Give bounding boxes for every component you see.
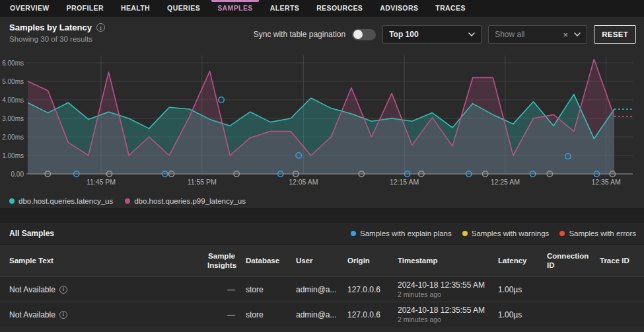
chevron-down-icon: [468, 32, 475, 36]
panel-title: Samples by Latency: [9, 22, 92, 32]
info-icon[interactable]: i: [59, 286, 67, 294]
svg-text:5.00ms: 5.00ms: [2, 78, 24, 85]
all-samples-bar: All Samples Samples with explain plansSa…: [0, 223, 644, 245]
column-header-database[interactable]: Database: [246, 256, 296, 265]
legend-dot: [125, 198, 130, 204]
cell-latency: 1.00µs: [498, 285, 547, 294]
svg-text:3.00ms: 3.00ms: [2, 115, 24, 122]
cell-latency: 1.00µs: [498, 310, 547, 319]
cell-timestamp: 2024-10-18 12:35:55 AM2 minutes ago: [398, 306, 498, 323]
info-icon[interactable]: i: [96, 23, 105, 32]
cell-database: store: [246, 285, 296, 294]
cell-sample_text: Not Availablei: [9, 310, 207, 319]
cell-origin: 127.0.0.6: [347, 285, 398, 294]
latency-chart[interactable]: 0.001.00ms2.00ms3.00ms4.00ms5.00ms6.00ms…: [0, 51, 644, 191]
column-header-latency[interactable]: Latency: [498, 256, 547, 265]
tab-traces[interactable]: TRACES: [427, 0, 474, 16]
tab-queries[interactable]: QUERIES: [159, 0, 209, 16]
tab-samples[interactable]: SAMPLES: [209, 0, 262, 16]
cell-insights: —: [207, 310, 246, 319]
svg-text:11:45 PM: 11:45 PM: [87, 178, 116, 186]
chart-legend: dbo.host.queries.latency_usdbo.host.quer…: [0, 191, 644, 208]
legend-item-series-0[interactable]: dbo.host.queries.latency_us: [9, 197, 113, 205]
all-samples-title: All Samples: [9, 229, 54, 238]
timestamp-relative: 2 minutes ago: [398, 315, 491, 323]
status-legend-item-1: Samples with warnings: [462, 229, 550, 237]
reset-button[interactable]: RESET: [594, 25, 636, 44]
status-dot: [351, 231, 356, 236]
status-legend-item-0: Samples with explain plans: [351, 229, 452, 237]
tab-resources[interactable]: RESOURCES: [308, 0, 371, 16]
samples-table-body: Not Availablei—storeadmin@a...127.0.0.62…: [0, 276, 644, 327]
timestamp-value: 2024-10-18 12:35:55 AM: [398, 306, 491, 315]
toggle-knob: [353, 30, 363, 39]
sample-text-value: Not Available: [9, 310, 55, 319]
section-divider: [0, 208, 644, 223]
chevron-down-icon: [574, 32, 581, 36]
svg-text:11:55 PM: 11:55 PM: [188, 178, 217, 186]
cell-timestamp: 2024-10-18 12:35:55 AM2 minutes ago: [398, 280, 498, 298]
status-label: Samples with errors: [569, 229, 636, 237]
svg-text:1.00ms: 1.00ms: [2, 152, 24, 159]
column-header-user[interactable]: User: [296, 256, 347, 265]
timestamp-relative: 2 minutes ago: [398, 290, 491, 298]
top-n-select[interactable]: Top 100: [382, 25, 482, 44]
table-row[interactable]: Not Availablei—storeadmin@a...127.0.0.62…: [0, 276, 644, 302]
sync-pagination-toggle[interactable]: [352, 29, 376, 40]
show-all-placeholder: Show all: [495, 30, 524, 39]
status-dot: [462, 231, 468, 236]
tab-overview[interactable]: OVERVIEW: [1, 0, 58, 16]
samples-status-legend: Samples with explain plansSamples with w…: [351, 229, 636, 237]
svg-text:2.00ms: 2.00ms: [2, 134, 24, 141]
svg-text:0.00: 0.00: [11, 171, 24, 178]
samples-by-latency-panel: Samples by Latency i Showing 30 of 30 re…: [0, 17, 644, 208]
results-count: Showing 30 of 30 results: [9, 35, 105, 43]
clear-icon[interactable]: ×: [563, 30, 569, 39]
tab-health[interactable]: HEALTH: [112, 0, 159, 16]
top-n-value: Top 100: [389, 30, 418, 39]
table-row[interactable]: Not Availablei—storeadmin@a...127.0.0.62…: [0, 302, 644, 327]
svg-text:12:25 AM: 12:25 AM: [491, 178, 520, 186]
status-label: Samples with warnings: [472, 229, 550, 237]
legend-label: dbo.host.queries.latency_us: [18, 197, 113, 205]
show-all-select[interactable]: Show all ×: [488, 25, 587, 44]
tab-profiler[interactable]: PROFILER: [58, 0, 112, 16]
cell-sample_text: Not Availablei: [9, 285, 207, 294]
column-header-origin[interactable]: Origin: [347, 256, 398, 265]
status-label: Samples with explain plans: [360, 229, 452, 237]
latency-chart-svg[interactable]: 0.001.00ms2.00ms3.00ms4.00ms5.00ms6.00ms…: [0, 51, 644, 191]
column-header-insights[interactable]: Sample Insights: [207, 251, 246, 270]
top-nav: OVERVIEWPROFILERHEALTHQUERIESSAMPLESALER…: [0, 0, 644, 17]
tab-alerts[interactable]: ALERTS: [262, 0, 308, 16]
panel-title-block: Samples by Latency i Showing 30 of 30 re…: [9, 22, 105, 43]
sync-pagination-label: Sync with table pagination: [254, 30, 345, 39]
column-header-sample_text[interactable]: Sample Text: [9, 256, 207, 265]
column-header-timestamp[interactable]: Timestamp: [398, 256, 498, 265]
cell-user: admin@a...: [296, 285, 347, 294]
legend-item-series-1[interactable]: dbo.host.queries.p99_latency_us: [125, 197, 246, 205]
cell-origin: 127.0.0.6: [347, 310, 398, 319]
panel-header: Samples by Latency i Showing 30 of 30 re…: [0, 17, 644, 51]
svg-text:4.00ms: 4.00ms: [2, 97, 24, 104]
sample-text-value: Not Available: [9, 285, 55, 294]
cell-user: admin@a...: [296, 310, 347, 319]
chart-controls: Sync with table pagination Top 100 Show …: [254, 25, 636, 44]
svg-text:6.00ms: 6.00ms: [2, 60, 24, 67]
timestamp-value: 2024-10-18 12:35:55 AM: [398, 280, 491, 290]
status-legend-item-2: Samples with errors: [559, 229, 636, 237]
svg-text:12:05 AM: 12:05 AM: [289, 178, 318, 186]
tab-advisors[interactable]: ADVISORS: [371, 0, 427, 16]
svg-text:12:15 AM: 12:15 AM: [390, 178, 419, 186]
info-icon[interactable]: i: [59, 311, 67, 319]
cell-database: store: [246, 310, 296, 319]
cell-insights: —: [207, 285, 246, 294]
legend-dot: [9, 198, 15, 204]
column-header-trace_id[interactable]: Trace ID: [600, 256, 639, 265]
column-header-connection_id[interactable]: Connection ID: [547, 251, 600, 270]
legend-label: dbo.host.queries.p99_latency_us: [134, 197, 246, 205]
svg-text:12:35 AM: 12:35 AM: [591, 178, 620, 186]
table-header-row: Sample TextSample InsightsDatabaseUserOr…: [0, 245, 644, 276]
status-dot: [559, 231, 565, 236]
